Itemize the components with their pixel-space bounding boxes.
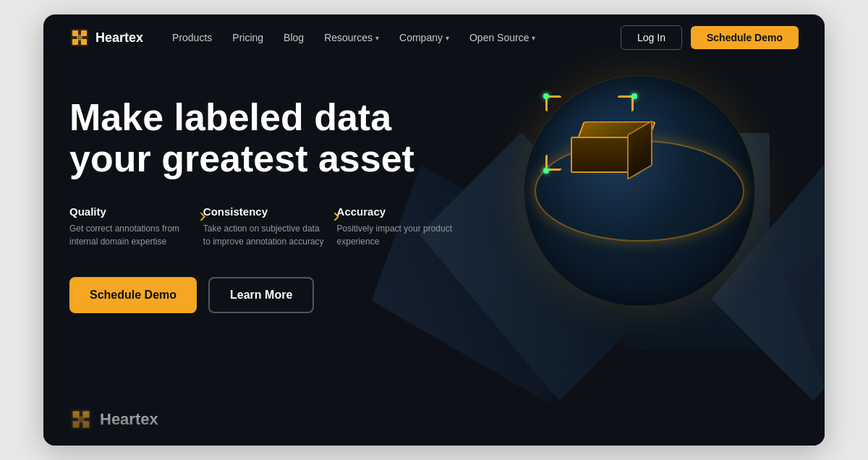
feature-consistency: Consistency Take action on subjective da… [203,205,337,248]
nav-actions: Log In Schedule Demo [621,25,799,50]
schedule-demo-button[interactable]: Schedule Demo [69,277,197,313]
hero-features: Quality Get correct annotations from int… [69,205,470,248]
footer-logo: Heartex [43,393,825,446]
corner-dot-tl [543,93,549,99]
logo-icon [69,27,90,48]
hero-illustration [466,61,825,393]
navbar: Heartex Products Pricing Blog Resources … [43,14,825,61]
footer-logo-icon [69,408,93,431]
svg-rect-11 [77,416,84,422]
chevron-down-icon: ▾ [532,34,535,42]
login-button[interactable]: Log In [621,25,682,50]
nav-blog[interactable]: Blog [284,32,304,43]
logo[interactable]: Heartex [69,27,143,48]
chip-front-face [571,137,629,173]
hero-visual [470,82,799,393]
svg-rect-5 [77,35,82,41]
logo-text: Heartex [95,30,143,46]
nav-products[interactable]: Products [172,32,212,43]
corner-dot-tr [631,93,637,99]
hero-section: Make labeled data your greatest asset Qu… [43,61,825,393]
nav-pricing[interactable]: Pricing [232,32,263,43]
nav-company[interactable]: Company ▾ [399,32,449,43]
nav-opensource[interactable]: Open Source ▾ [469,32,536,43]
chevron-down-icon: ▾ [375,34,379,42]
site-wrapper: Heartex Products Pricing Blog Resources … [43,14,825,446]
chevron-down-icon: ▾ [446,34,449,42]
chip-3d [571,111,658,198]
hero-title: Make labeled data your greatest asset [69,97,470,179]
hero-content: Make labeled data your greatest asset Qu… [69,82,470,393]
browser-frame: Heartex Products Pricing Blog Resources … [43,14,825,446]
bracket-top-right [618,95,634,111]
nav-links: Products Pricing Blog Resources ▾ Compan… [172,32,621,43]
learn-more-button[interactable]: Learn More [208,277,314,313]
schedule-demo-nav-button[interactable]: Schedule Demo [691,26,799,49]
hero-buttons: Schedule Demo Learn More [69,277,470,313]
nav-resources[interactable]: Resources ▾ [324,32,379,43]
feature-accuracy: Accuracy Positively impact your product … [337,205,471,248]
footer-logo-text: Heartex [100,410,158,429]
corner-dot-bl [543,168,549,174]
feature-quality: Quality Get correct annotations from int… [69,205,203,248]
